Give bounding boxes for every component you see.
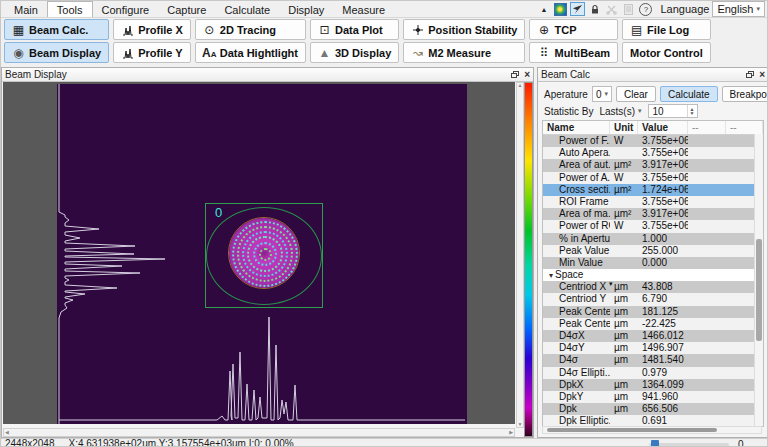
close-icon[interactable]: ×: [524, 70, 530, 80]
cell-extra: [688, 208, 726, 220]
scroll-down-icon[interactable]: ▼: [518, 422, 523, 427]
lock-icon[interactable]: [587, 2, 602, 16]
beam-display-horizontal-scrollbar[interactable]: ◀ ▶: [3, 428, 515, 437]
toolbar-button-motor-control[interactable]: Motor Control: [622, 42, 711, 63]
cell-extra: [688, 391, 726, 403]
table-row[interactable]: Centriod Yµm6.790: [543, 293, 763, 305]
chevron-down-icon: ▾: [638, 107, 642, 115]
spin-down-icon[interactable]: ▼: [690, 111, 695, 115]
statistic-value-spinbox[interactable]: 10 ▲ ▼: [648, 104, 698, 118]
table-row[interactable]: % in Aperture1.000: [543, 233, 763, 245]
toolbar-button-label: TCP: [554, 24, 576, 36]
collapse-icon[interactable]: ▲: [536, 2, 551, 16]
menu-item-display[interactable]: Display: [279, 1, 333, 17]
table-row[interactable]: Dpkµm656.506: [543, 403, 763, 415]
toolbar-button-file-log[interactable]: ▤File Log: [622, 19, 711, 40]
document-icon[interactable]: [621, 2, 636, 16]
menu-item-calculate[interactable]: Calculate: [215, 1, 279, 17]
cell-value: 1364.099: [638, 379, 688, 391]
breakpoint-button[interactable]: Breakpoint: [722, 86, 768, 102]
help-icon[interactable]: ?: [638, 2, 653, 16]
scrollbar-thumb[interactable]: [756, 239, 762, 341]
beam-display-canvas[interactable]: 0: [3, 82, 515, 424]
colormap-icon[interactable]: [553, 2, 568, 16]
cell-name: D4σ Ellipti...: [543, 367, 610, 379]
beam-calc-table-body: Power of F...W3.755e+06Auto Apera...3.75…: [543, 135, 763, 427]
table-row[interactable]: Power of ROIW3.755e+06: [543, 220, 763, 232]
table-row[interactable]: Area of aut...µm²3.917e+06: [543, 159, 763, 171]
table-row[interactable]: Centriod Xµm43.808: [543, 281, 763, 293]
cell-name: Area of ma...: [543, 208, 610, 220]
toolbar-button-position-stability[interactable]: Position Stability: [403, 19, 525, 40]
beam-calc-panel: Beam Calc × Aperature 0 ▾ Clear Calculat…: [537, 67, 768, 438]
close-icon[interactable]: ×: [759, 70, 765, 80]
calculate-button[interactable]: Calculate: [660, 86, 718, 102]
menu-item-configure[interactable]: Configure: [93, 1, 159, 17]
scroll-up-icon[interactable]: ▲: [518, 83, 523, 88]
table-row[interactable]: DpkYµm941.960: [543, 391, 763, 403]
expander-icon[interactable]: ▾: [545, 271, 553, 280]
table-row[interactable]: Peak Cente...µm-22.425: [543, 318, 763, 330]
status-slider[interactable]: [649, 443, 729, 446]
file-log-icon: ▤: [630, 23, 643, 37]
aperture-select[interactable]: 0 ▾: [592, 86, 612, 102]
menu-item-tools[interactable]: Tools: [47, 1, 93, 17]
language-select[interactable]: English ▾: [712, 1, 765, 17]
table-row[interactable]: D4σXµm1466.012: [543, 330, 763, 342]
table-row[interactable]: Min Value0.000: [543, 257, 763, 269]
beam-display-panel: Beam Display ×: [1, 67, 534, 438]
menu-item-measure[interactable]: Measure: [333, 1, 394, 17]
toolbar-button-label: Profile X: [138, 24, 183, 36]
table-row[interactable]: Power of F...W3.755e+06: [543, 135, 763, 147]
beam-display-vertical-scrollbar[interactable]: ▲ ▼: [516, 82, 524, 428]
table-row[interactable]: Peak Value255.000: [543, 245, 763, 257]
toolbar-button-m2-measure[interactable]: ↝M2 Measure: [403, 42, 525, 63]
cell-name: Centriod Y: [543, 293, 610, 305]
toolbar-button-data-hightlight[interactable]: AAData Hightlight: [195, 42, 306, 63]
toolbar-button-2d-tracing[interactable]: ⊙2D Tracing: [195, 19, 306, 40]
toolbar-button-profile-x[interactable]: Profile X: [113, 19, 191, 40]
float-window-icon[interactable]: [511, 71, 520, 79]
table-row[interactable]: D4σµm1481.540: [543, 354, 763, 366]
table-row[interactable]: D4σ Ellipti...0.979: [543, 367, 763, 379]
scroll-left-icon[interactable]: ◀: [5, 430, 9, 435]
toolbar-button-beam-calc[interactable]: ▦Beam Calc.: [4, 19, 109, 40]
toolbar-button-multibeam[interactable]: ⠿MultiBeam: [529, 42, 618, 63]
toolbar-button-3d-display[interactable]: ▲3D Display: [310, 42, 399, 63]
cell-value: 181.125: [638, 306, 688, 318]
scroll-right-icon[interactable]: ▶: [509, 430, 513, 435]
cell-value: 3.755e+06: [638, 147, 688, 159]
table-row[interactable]: D4σYµm1496.907: [543, 342, 763, 354]
cell-unit: [610, 245, 638, 257]
cell-value: 3.755e+06: [638, 196, 688, 208]
table-row[interactable]: Peak Cente...µm181.125: [543, 306, 763, 318]
beam-calc-vertical-scrollbar[interactable]: [754, 134, 763, 426]
table-group-row[interactable]: ▾Space▾: [543, 269, 763, 281]
float-window-icon[interactable]: [746, 71, 755, 79]
slider-thumb[interactable]: [651, 440, 659, 447]
table-row[interactable]: Area of ma...µm²3.917e+06: [543, 208, 763, 220]
table-row[interactable]: DpkXµm1364.099: [543, 379, 763, 391]
toolbar-button-label: Motor Control: [630, 47, 703, 59]
column-header-extra-4: --: [726, 121, 763, 134]
cell-unit: µm: [610, 281, 638, 293]
clear-button[interactable]: Clear: [616, 86, 656, 102]
toolbar-button-beam-display[interactable]: ◉Beam Display: [4, 42, 109, 63]
beam-calc-horizontal-scrollbar[interactable]: [542, 426, 762, 434]
menu-item-main[interactable]: Main: [5, 1, 47, 17]
toolbar-button-data-plot[interactable]: ⊡Data Plot: [310, 19, 399, 40]
cell-value: 656.506: [638, 403, 688, 415]
toolbar-button-profile-y[interactable]: Profile Y: [113, 42, 191, 63]
toolbar-button-tcp[interactable]: ⊕TCP: [529, 19, 618, 40]
menu-item-capture[interactable]: Capture: [158, 1, 215, 17]
table-row[interactable]: ROI Frame3.755e+06: [543, 196, 763, 208]
table-row[interactable]: Power of A...W3.755e+06: [543, 172, 763, 184]
scrollbar-thumb[interactable]: [547, 428, 717, 432]
scissors-icon[interactable]: [604, 2, 619, 16]
menu-icon-buttons: ▲?: [536, 2, 653, 16]
pointer-icon[interactable]: [570, 2, 585, 16]
cell-name: Peak Cente...: [543, 318, 610, 330]
table-row[interactable]: Cross secti...µm²1.724e+06: [543, 184, 763, 196]
table-row[interactable]: Auto Apera...3.755e+06: [543, 147, 763, 159]
statistic-mode-select[interactable]: Lasts(s) ▾: [596, 104, 644, 118]
